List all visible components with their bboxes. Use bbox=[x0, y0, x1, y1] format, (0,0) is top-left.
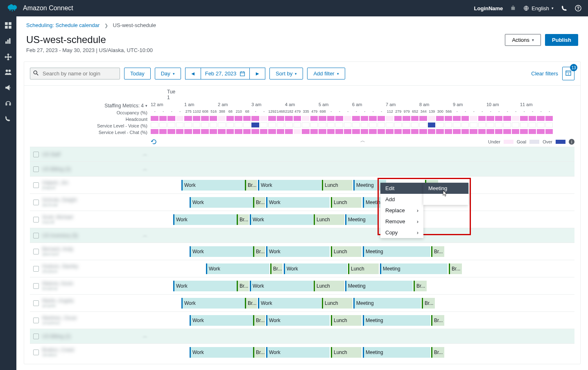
agent-timeline[interactable]: WorkBr...WorkLunchMeetingBr... bbox=[151, 179, 574, 191]
clear-filters-link[interactable]: Clear filters bbox=[531, 70, 558, 77]
row-checkbox[interactable] bbox=[33, 166, 39, 172]
row-checkbox[interactable] bbox=[33, 249, 39, 254]
shift-break[interactable]: Br... bbox=[431, 315, 444, 326]
ctx-copy[interactable]: Copy› bbox=[380, 227, 423, 238]
row-checkbox[interactable] bbox=[33, 233, 39, 238]
ctx-add[interactable]: Add bbox=[380, 194, 423, 205]
row-checkbox[interactable] bbox=[33, 152, 39, 157]
publish-button[interactable]: Publish bbox=[545, 34, 578, 46]
view-dropdown[interactable]: Day ▾ bbox=[155, 68, 181, 79]
phone-icon[interactable] bbox=[561, 5, 568, 11]
logout-icon[interactable] bbox=[510, 5, 516, 12]
sort-dropdown[interactable]: Sort by ▾ bbox=[269, 68, 303, 79]
group-toggle[interactable]: ︿ bbox=[143, 166, 147, 172]
prev-day-button[interactable]: ◄ bbox=[185, 68, 201, 79]
shift-lunch[interactable]: Lunch bbox=[314, 214, 344, 225]
shift-break[interactable]: Br... bbox=[422, 298, 435, 309]
shift-work[interactable]: Work bbox=[258, 298, 321, 309]
shift-break[interactable]: Br... bbox=[253, 315, 265, 326]
shift-break[interactable]: Br... bbox=[431, 246, 444, 257]
shift-lunch[interactable]: Lunch bbox=[322, 298, 353, 309]
notification-button[interactable]: ! 13 bbox=[562, 67, 574, 80]
row-checkbox[interactable] bbox=[33, 318, 39, 323]
agent-timeline[interactable]: WorkBr...WorkLunchMeetingBr... bbox=[151, 297, 574, 309]
shift-lunch[interactable]: Lunch bbox=[314, 281, 344, 291]
shift-work[interactable]: Work bbox=[284, 263, 347, 274]
actions-dropdown[interactable]: Actions bbox=[505, 34, 541, 46]
agent-timeline[interactable] bbox=[151, 163, 574, 175]
agent-timeline[interactable] bbox=[151, 148, 574, 161]
shift-work[interactable]: Work bbox=[266, 347, 330, 358]
shift-meeting[interactable]: Meeting bbox=[363, 347, 430, 358]
refresh-icon[interactable] bbox=[151, 138, 157, 145]
ctx-edit[interactable]: Edit Meeting Shift bbox=[380, 183, 423, 194]
shift-break[interactable]: Br... bbox=[237, 214, 249, 225]
agent-timeline[interactable]: WorkBr...WorkLunchMeeting bbox=[151, 196, 574, 209]
shift-work[interactable]: Work bbox=[266, 315, 330, 326]
info-icon[interactable]: i bbox=[569, 139, 574, 145]
staffing-metrics-dropdown[interactable]: Staffing Metrics: 4 ▾ bbox=[30, 102, 151, 109]
breadcrumb-parent[interactable]: Scheduling: Schedule calendar bbox=[26, 22, 100, 28]
row-checkbox[interactable] bbox=[33, 350, 39, 355]
add-filter-dropdown[interactable]: Add filter ▾ bbox=[307, 68, 345, 79]
shift-lunch[interactable]: Lunch bbox=[348, 263, 379, 274]
login-name[interactable]: LoginName bbox=[474, 5, 503, 11]
shift-lunch[interactable]: Lunch bbox=[331, 347, 362, 358]
agent-timeline[interactable]: WorkBr...WorkLunchMeetingBr... bbox=[151, 245, 574, 258]
row-checkbox[interactable] bbox=[33, 182, 39, 188]
row-checkbox[interactable] bbox=[33, 217, 39, 222]
row-checkbox[interactable] bbox=[33, 266, 39, 272]
shift-break[interactable]: Br... bbox=[431, 347, 444, 358]
shift-lunch[interactable]: Lunch bbox=[331, 315, 362, 326]
shift-meeting[interactable]: Meeting bbox=[380, 263, 448, 274]
shift-break[interactable]: Br... bbox=[237, 281, 249, 291]
sidebar-announce-icon[interactable] bbox=[4, 84, 12, 92]
shift-lunch[interactable]: Lunch bbox=[331, 197, 362, 208]
shift-work[interactable]: Work bbox=[266, 246, 330, 257]
shift-work[interactable]: Work bbox=[266, 197, 330, 208]
sidebar-phone-icon[interactable] bbox=[4, 115, 12, 123]
shift-work[interactable]: Work bbox=[206, 263, 269, 274]
shift-lunch[interactable]: Lunch bbox=[331, 246, 362, 257]
shift-lunch[interactable]: Lunch bbox=[322, 180, 353, 191]
shift-break[interactable]: Br... bbox=[245, 180, 257, 191]
row-checkbox[interactable] bbox=[33, 334, 39, 339]
shift-work[interactable]: Work bbox=[181, 298, 245, 309]
shift-work[interactable]: Work bbox=[190, 197, 253, 208]
shift-work[interactable]: Work bbox=[190, 347, 253, 358]
shift-break[interactable]: Br... bbox=[449, 263, 462, 274]
shift-work[interactable]: Work bbox=[250, 214, 313, 225]
group-toggle[interactable]: ︿ bbox=[143, 333, 147, 339]
agent-timeline[interactable]: WorkBr...WorkLunchMeetingBr... bbox=[151, 346, 574, 359]
shift-work[interactable]: Work bbox=[190, 246, 253, 257]
sidebar-routing-icon[interactable] bbox=[4, 52, 12, 61]
sidebar-users-icon[interactable] bbox=[4, 68, 12, 76]
sidebar-analytics-icon[interactable] bbox=[4, 37, 12, 45]
agent-timeline[interactable]: WorkBr...WorkLunchMeeting bbox=[151, 213, 574, 226]
sidebar-dashboard-icon[interactable] bbox=[4, 21, 12, 30]
shift-work[interactable]: Work bbox=[181, 180, 245, 191]
agent-timeline[interactable]: WorkBr...WorkLunchMeetingBr... bbox=[151, 263, 574, 275]
shift-work[interactable]: Work bbox=[258, 180, 321, 191]
shift-meeting[interactable]: Meeting bbox=[345, 281, 413, 291]
agent-timeline[interactable]: WorkBr...WorkLunchMeetingBr... bbox=[151, 314, 574, 327]
ctx-replace[interactable]: Replace› bbox=[380, 205, 423, 216]
shift-work[interactable]: Work bbox=[173, 214, 237, 225]
agent-timeline[interactable] bbox=[151, 229, 574, 242]
row-checkbox[interactable] bbox=[33, 200, 39, 205]
language-selector[interactable]: English ▾ bbox=[523, 5, 554, 11]
shift-meeting[interactable]: Meeting bbox=[353, 298, 421, 309]
shift-break[interactable]: Br... bbox=[253, 347, 265, 358]
help-icon[interactable]: ? bbox=[575, 5, 581, 11]
shift-work[interactable]: Work bbox=[250, 281, 313, 291]
search-input[interactable] bbox=[30, 68, 120, 79]
ctx-remove[interactable]: Remove› bbox=[380, 216, 423, 227]
shift-work[interactable]: Work bbox=[190, 315, 253, 326]
next-day-button[interactable]: ► bbox=[250, 68, 265, 79]
shift-break[interactable]: Br... bbox=[270, 263, 283, 274]
group-toggle[interactable]: ︿ bbox=[143, 232, 147, 238]
shift-break[interactable]: Br... bbox=[414, 281, 427, 291]
today-button[interactable]: Today bbox=[124, 68, 151, 79]
sidebar-headset-icon[interactable] bbox=[4, 99, 12, 107]
shift-work[interactable]: Work bbox=[173, 281, 237, 291]
